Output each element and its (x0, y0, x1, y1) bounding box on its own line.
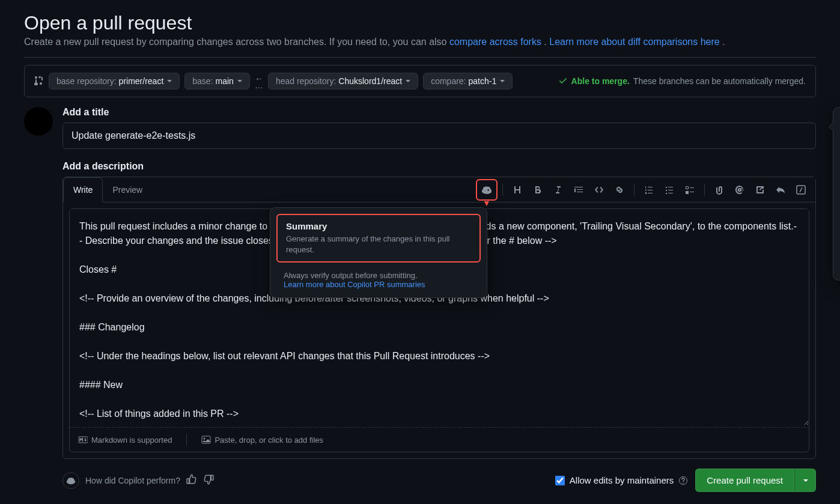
paste-hint-text: Paste, drop, or click to add files (215, 436, 323, 445)
allow-edits-input[interactable] (555, 476, 565, 485)
base-branch-select[interactable]: base: main (184, 73, 250, 90)
merge-able-text: Able to merge. (571, 76, 630, 86)
page-subtitle: Create a new pull request by comparing c… (24, 37, 816, 47)
editor-tabs: Write Preview ▼ (63, 177, 815, 202)
compare-label: compare: (431, 76, 466, 86)
head-repo-label: head repository: (276, 76, 336, 86)
svg-point-3 (204, 438, 205, 440)
divider (24, 57, 816, 58)
create-pr-button[interactable]: Create pull request (695, 469, 794, 492)
copilot-button[interactable]: ▼ (476, 179, 498, 201)
base-repo-select[interactable]: base repository: primer/react (49, 73, 180, 90)
arrow-down-icon: ▼ (482, 198, 491, 208)
ordered-list-icon[interactable] (639, 180, 659, 199)
task-list-icon[interactable] (680, 180, 699, 199)
chevron-down-icon (167, 80, 172, 82)
compare-value: patch-1 (469, 76, 497, 86)
compare-branch-select[interactable]: compare: patch-1 (423, 73, 513, 90)
toolbar-separator (704, 184, 705, 196)
base-repo-value: primer/react (119, 76, 164, 86)
footer-separator (186, 434, 187, 446)
attach-icon[interactable] (710, 180, 729, 199)
merge-desc-text: These branches can be automatically merg… (633, 76, 806, 86)
tab-preview[interactable]: Preview (103, 178, 152, 202)
page-title: Open a pull request (24, 12, 816, 34)
thumbs-down-icon[interactable] (203, 474, 214, 487)
quote-icon[interactable] (569, 180, 588, 199)
summary-option[interactable]: Summary Generate a summary of the change… (276, 214, 481, 263)
summary-title: Summary (286, 221, 471, 231)
italic-icon[interactable] (549, 180, 568, 199)
title-label: Add a title (62, 107, 816, 118)
first-time-popover: ✕ 👋 It looks like this is your first tim… (833, 107, 840, 281)
markdown-hint[interactable]: Markdown is supported (78, 435, 172, 445)
base-label: base: (192, 76, 213, 86)
reply-icon[interactable] (771, 180, 790, 199)
summary-desc: Generate a summary of the changes in thi… (286, 234, 471, 255)
chevron-down-icon (237, 80, 242, 82)
slash-commands-icon[interactable] (791, 180, 811, 199)
allow-edits-label: Allow edits by maintainers (570, 475, 674, 485)
thumbs-up-icon[interactable] (186, 474, 197, 487)
editor-footer: Markdown is supported Paste, drop, or cl… (70, 427, 809, 452)
avatar (24, 107, 53, 136)
summary-verify-text: Always verify output before submitting. (284, 271, 473, 280)
chevron-down-icon (803, 479, 808, 482)
branch-compare-bar: base repository: primer/react base: main… (24, 65, 816, 97)
toolbar-separator (502, 184, 503, 196)
paste-hint[interactable]: Paste, drop, or click to add files (201, 435, 323, 445)
create-pr-dropdown[interactable] (794, 469, 816, 492)
copilot-summary-popover: Summary Generate a summary of the change… (270, 207, 487, 298)
head-repo-value: Chukslord1/react (338, 76, 402, 86)
help-icon[interactable] (678, 476, 688, 485)
compare-forks-link[interactable]: compare across forks (449, 37, 541, 47)
subtitle-mid: . (544, 37, 549, 47)
allow-edits-checkbox[interactable]: Allow edits by maintainers (555, 475, 688, 485)
svg-rect-2 (202, 436, 210, 443)
description-label: Add a description (62, 161, 816, 172)
editor-toolbar: ▼ (476, 179, 815, 201)
compare-icon (34, 76, 44, 87)
copilot-feedback-text: How did Copilot perform? (85, 476, 180, 485)
chevron-down-icon (500, 80, 505, 82)
cross-reference-icon[interactable] (750, 180, 770, 199)
markdown-icon (78, 435, 88, 445)
copilot-icon (62, 472, 79, 489)
check-icon (558, 76, 568, 87)
markdown-hint-text: Markdown is supported (91, 436, 172, 445)
merge-status: Able to merge. These branches can be aut… (558, 76, 806, 87)
bold-icon[interactable] (528, 180, 547, 199)
summary-footer: Always verify output before submitting. … (270, 269, 487, 297)
heading-icon[interactable] (508, 180, 527, 199)
unordered-list-icon[interactable] (660, 180, 679, 199)
subtitle-text: Create a new pull request by comparing c… (24, 37, 449, 47)
base-repo-label: base repository: (56, 76, 117, 86)
bottom-bar: How did Copilot perform? Allow edits by … (62, 469, 816, 492)
toolbar-separator (634, 184, 635, 196)
learn-diff-link[interactable]: Learn more about diff comparisons here (549, 37, 719, 47)
create-pr-group: Create pull request (695, 469, 816, 492)
subtitle-end: . (722, 37, 725, 47)
mention-icon[interactable] (730, 180, 749, 199)
arrow-left-icon: ←… (255, 74, 263, 88)
head-repo-select[interactable]: head repository: Chukslord1/react (268, 73, 418, 90)
chevron-down-icon (406, 80, 410, 82)
code-icon[interactable] (589, 180, 609, 199)
base-value: main (216, 76, 234, 86)
description-editor: Write Preview ▼ (62, 177, 816, 459)
link-icon[interactable] (610, 180, 629, 199)
tab-write[interactable]: Write (63, 177, 103, 202)
title-input[interactable] (62, 123, 816, 149)
summary-learn-link[interactable]: Learn more about Copilot PR summaries (284, 280, 425, 289)
image-icon (201, 435, 211, 445)
copilot-feedback: How did Copilot perform? (62, 472, 214, 489)
